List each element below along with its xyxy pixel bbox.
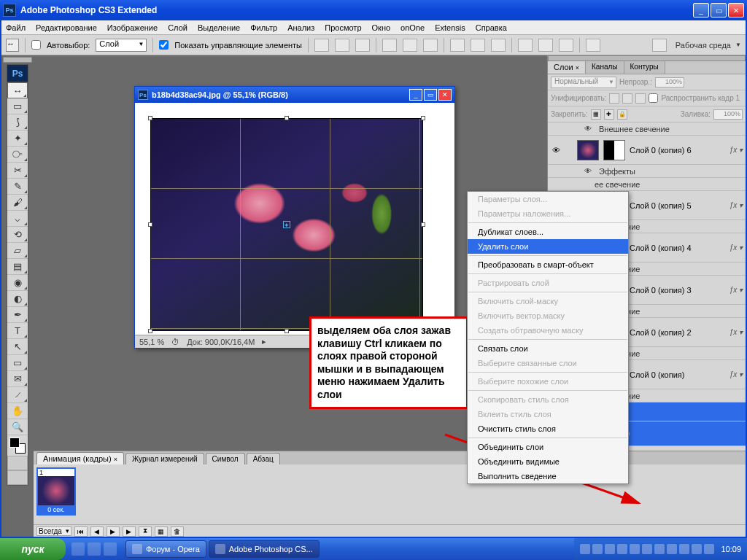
layer-row[interactable]: 👁 Слой 0 (копия) 6 ƒx ▾	[548, 136, 746, 165]
layer-thumb[interactable]	[577, 140, 599, 160]
foreground-color[interactable]	[9, 438, 20, 448]
delete-frame-icon[interactable]: 🗑	[171, 526, 184, 537]
wand-tool[interactable]: ✦	[7, 131, 28, 147]
workspace-icon[interactable]	[652, 39, 667, 52]
canvas-image[interactable]: ✦	[151, 119, 422, 330]
lock-all-icon[interactable]: 🔒	[617, 109, 627, 120]
tray-icon[interactable]	[704, 544, 714, 554]
align-vcenter-icon[interactable]	[335, 39, 349, 52]
unify-style-icon[interactable]	[635, 93, 646, 104]
animation-frame[interactable]: 1 0 сек.	[36, 467, 76, 516]
tray-icon[interactable]	[667, 544, 677, 554]
notes-tool[interactable]: ✉	[7, 371, 28, 387]
transform-center-icon[interactable]: ✦	[283, 221, 290, 228]
quick-mask-icon[interactable]	[7, 456, 28, 470]
loop-dropdown[interactable]: Всегда	[36, 526, 71, 536]
workspace-dropdown[interactable]: Рабочая среда	[673, 39, 741, 51]
crop-tool[interactable]: ⧃	[7, 147, 28, 163]
tool-grip[interactable]	[3, 57, 32, 63]
ctx-rasterize[interactable]: Растрировать слой	[468, 276, 628, 290]
ctx-select-similar[interactable]: Выберите похожие слои	[468, 374, 628, 389]
tab-paths[interactable]: Контуры	[624, 61, 665, 74]
tray-icon[interactable]	[592, 544, 603, 554]
lock-pixels-icon[interactable]: ▦	[591, 109, 601, 120]
ctx-paste-layer-style[interactable]: Вклеить стиль слоя	[468, 407, 628, 421]
menu-onone[interactable]: onOne	[400, 23, 425, 32]
screen-mode-icon[interactable]	[7, 470, 28, 485]
menu-image[interactable]: Изображение	[107, 23, 158, 32]
first-frame-icon[interactable]: ⏮	[74, 526, 88, 537]
menu-analysis[interactable]: Анализ	[287, 23, 314, 32]
ctx-delete-layers[interactable]: Удалить слои	[468, 239, 628, 254]
fx-icon[interactable]: ƒx ▾	[729, 370, 743, 378]
play-icon[interactable]: ▶	[107, 526, 120, 537]
quick-launch-icon[interactable]	[104, 542, 117, 556]
align-left-icon[interactable]	[382, 39, 397, 52]
lasso-tool[interactable]: ⟆	[7, 114, 28, 131]
tray-icon[interactable]	[692, 544, 702, 554]
fx-icon[interactable]: ƒx ▾	[729, 146, 743, 154]
maximize-button[interactable]: ▭	[711, 3, 727, 18]
color-swatches[interactable]	[7, 435, 28, 456]
stamp-tool[interactable]: ⌵	[7, 211, 28, 227]
ctx-enable-layer-mask[interactable]: Включить слой-маску	[468, 294, 628, 308]
gradient-tool[interactable]: ▤	[7, 259, 28, 275]
menu-select[interactable]: Выделение	[198, 23, 240, 32]
taskbar-clock[interactable]: 10:09	[721, 545, 741, 553]
tab-character[interactable]: Символ	[206, 453, 245, 464]
tray-icon[interactable]	[679, 544, 689, 554]
blur-tool[interactable]: ◉	[7, 275, 28, 291]
hand-tool[interactable]: ✋	[7, 403, 28, 419]
transform-handle[interactable]	[148, 329, 152, 333]
quick-launch-icon[interactable]	[71, 542, 85, 556]
ctx-enable-vector-mask[interactable]: Включить вектор.маску	[468, 308, 628, 323]
distribute-left-icon[interactable]	[518, 39, 533, 52]
panel-grip[interactable]	[548, 55, 746, 61]
transform-handle[interactable]	[285, 116, 289, 120]
taskbar-task-photoshop[interactable]: Adobe Photoshop CS...	[209, 540, 320, 558]
ctx-merge-layers[interactable]: Объединить слои	[468, 440, 628, 454]
history-brush-tool[interactable]: ⟲	[7, 227, 28, 243]
document-canvas[interactable]: ✦	[135, 103, 454, 335]
tab-channels[interactable]: Каналы	[586, 61, 624, 74]
ctx-select-linked[interactable]: Выберите связанные слои	[468, 356, 628, 370]
tab-measurement-log[interactable]: Журнал измерений	[125, 453, 204, 464]
zoom-tool[interactable]: 🔍	[7, 419, 28, 435]
distribute-vcenter-icon[interactable]	[471, 39, 485, 52]
move-tool-icon[interactable]: ↔	[6, 39, 19, 52]
fx-icon[interactable]: ƒx ▾	[729, 286, 743, 294]
tab-paragraph[interactable]: Абзац	[247, 453, 280, 464]
taskbar-task-opera[interactable]: Форум - Opera	[125, 540, 206, 558]
ctx-link-layers[interactable]: Связать слои	[468, 341, 628, 356]
distribute-right-icon[interactable]	[559, 39, 573, 52]
fx-icon[interactable]: ƒx ▾	[729, 244, 743, 252]
tray-icon[interactable]	[580, 544, 590, 554]
align-hcenter-icon[interactable]	[403, 39, 417, 52]
distribute-bottom-icon[interactable]	[491, 39, 506, 52]
eraser-tool[interactable]: ▱	[7, 243, 28, 259]
brush-tool[interactable]: 🖌	[7, 195, 28, 211]
doc-maximize-button[interactable]: ▭	[424, 89, 437, 101]
ctx-clear-layer-style[interactable]: Очистить стиль слоя	[468, 421, 628, 436]
autoselect-checkbox[interactable]	[31, 40, 41, 50]
show-controls-checkbox[interactable]	[159, 40, 169, 50]
ctx-merge-visible[interactable]: Объединить видимые	[468, 454, 628, 469]
heal-tool[interactable]: ✎	[7, 179, 28, 195]
autoselect-dropdown[interactable]: Слой	[96, 39, 147, 52]
align-right-icon[interactable]	[423, 39, 438, 52]
ctx-flatten[interactable]: Выполнить сведение	[468, 469, 628, 483]
transform-handle[interactable]	[421, 116, 425, 120]
minimize-button[interactable]: _	[693, 3, 709, 18]
visibility-icon[interactable]: 👁	[551, 145, 561, 155]
ctx-layer-properties[interactable]: Параметры слоя...	[468, 192, 628, 206]
transform-handle[interactable]	[148, 222, 152, 227]
type-tool[interactable]: T	[7, 323, 28, 339]
screen-modes[interactable]	[7, 456, 28, 470]
auto-align-icon[interactable]	[586, 39, 600, 52]
ctx-duplicate-layers[interactable]: Дубликат слоев...	[468, 225, 628, 239]
start-button[interactable]: пуск	[0, 538, 66, 560]
close-button[interactable]: ✕	[728, 3, 744, 18]
tray-icon[interactable]	[642, 544, 652, 554]
opacity-value[interactable]: 100%	[655, 77, 684, 88]
menu-help[interactable]: Справка	[476, 23, 507, 32]
